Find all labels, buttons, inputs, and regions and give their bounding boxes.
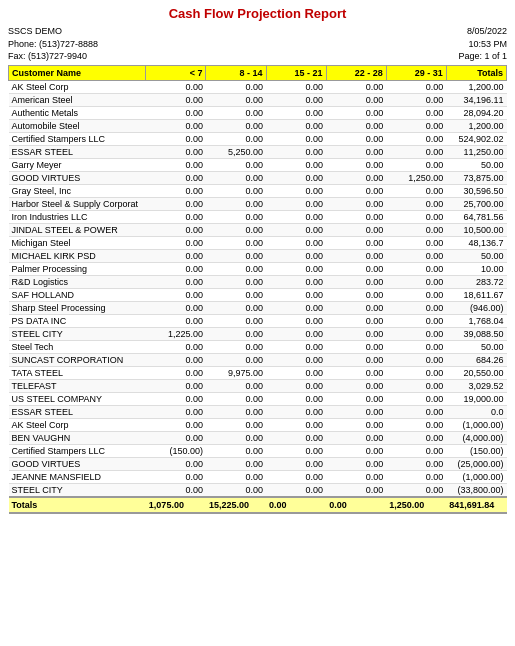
cell-22-6: 20,550.00 — [446, 366, 506, 379]
table-row: Gray Steel, Inc0.000.000.000.000.0030,59… — [9, 184, 507, 197]
report-date: 8/05/2022 — [458, 25, 507, 38]
cell-1-5: 0.00 — [386, 93, 446, 106]
cell-10-0: Iron Industries LLC — [9, 210, 146, 223]
cash-flow-table: Customer Name< 78 - 1415 - 2122 - 2829 -… — [8, 65, 507, 514]
cell-20-5: 0.00 — [386, 340, 446, 353]
cell-19-4: 0.00 — [326, 327, 386, 340]
cell-27-3: 0.00 — [266, 431, 326, 444]
cell-6-2: 0.00 — [206, 158, 266, 171]
cell-27-4: 0.00 — [326, 431, 386, 444]
col-header-0: Customer Name — [9, 65, 146, 80]
cell-31-4: 0.00 — [326, 483, 386, 497]
cell-29-3: 0.00 — [266, 457, 326, 470]
cell-13-4: 0.00 — [326, 249, 386, 262]
cell-3-0: Automobile Steel — [9, 119, 146, 132]
cell-1-0: American Steel — [9, 93, 146, 106]
report-time: 10:53 PM — [458, 38, 507, 51]
cell-9-0: Harbor Steel & Supply Corporat — [9, 197, 146, 210]
cell-18-0: PS DATA INC — [9, 314, 146, 327]
total-value-0: 1,075.00 — [146, 497, 206, 513]
cell-17-3: 0.00 — [266, 301, 326, 314]
cell-11-4: 0.00 — [326, 223, 386, 236]
cell-13-1: 0.00 — [146, 249, 206, 262]
cell-25-0: ESSAR STEEL — [9, 405, 146, 418]
cell-2-2: 0.00 — [206, 106, 266, 119]
col-header-6: Totals — [446, 65, 506, 80]
cell-11-6: 10,500.00 — [446, 223, 506, 236]
cell-20-4: 0.00 — [326, 340, 386, 353]
cell-4-5: 0.00 — [386, 132, 446, 145]
cell-8-4: 0.00 — [326, 184, 386, 197]
cell-22-2: 9,975.00 — [206, 366, 266, 379]
cell-22-5: 0.00 — [386, 366, 446, 379]
table-row: SUNCAST CORPORATION0.000.000.000.000.006… — [9, 353, 507, 366]
col-header-3: 15 - 21 — [266, 65, 326, 80]
table-row: TELEFAST0.000.000.000.000.003,029.52 — [9, 379, 507, 392]
cell-4-2: 0.00 — [206, 132, 266, 145]
cell-7-5: 1,250.00 — [386, 171, 446, 184]
cell-25-5: 0.00 — [386, 405, 446, 418]
cell-12-0: Michigan Steel — [9, 236, 146, 249]
cell-14-4: 0.00 — [326, 262, 386, 275]
table-row: SAF HOLLAND0.000.000.000.000.0018,611.67 — [9, 288, 507, 301]
cell-28-6: (150.00) — [446, 444, 506, 457]
table-row: Certified Stampers LLC0.000.000.000.000.… — [9, 132, 507, 145]
cell-10-1: 0.00 — [146, 210, 206, 223]
cell-20-1: 0.00 — [146, 340, 206, 353]
cell-19-5: 0.00 — [386, 327, 446, 340]
cell-12-2: 0.00 — [206, 236, 266, 249]
cell-26-3: 0.00 — [266, 418, 326, 431]
cell-8-2: 0.00 — [206, 184, 266, 197]
cell-15-4: 0.00 — [326, 275, 386, 288]
cell-23-4: 0.00 — [326, 379, 386, 392]
total-value-2: 0.00 — [266, 497, 326, 513]
phone-label: Phone: — [8, 39, 37, 49]
cell-1-6: 34,196.11 — [446, 93, 506, 106]
cell-6-4: 0.00 — [326, 158, 386, 171]
cell-4-0: Certified Stampers LLC — [9, 132, 146, 145]
table-row: Michigan Steel0.000.000.000.000.0048,136… — [9, 236, 507, 249]
cell-26-1: 0.00 — [146, 418, 206, 431]
cell-22-4: 0.00 — [326, 366, 386, 379]
company-info: SSCS DEMO Phone: (513)727-8888 Fax: (513… — [8, 25, 98, 63]
cell-19-3: 0.00 — [266, 327, 326, 340]
cell-28-0: Certified Stampers LLC — [9, 444, 146, 457]
cell-5-5: 0.00 — [386, 145, 446, 158]
report-title: Cash Flow Projection Report — [8, 6, 507, 21]
table-row: GOOD VIRTUES0.000.000.000.001,250.0073,8… — [9, 171, 507, 184]
cell-14-0: Palmer Processing — [9, 262, 146, 275]
cell-23-5: 0.00 — [386, 379, 446, 392]
cell-25-1: 0.00 — [146, 405, 206, 418]
cell-3-4: 0.00 — [326, 119, 386, 132]
cell-15-6: 283.72 — [446, 275, 506, 288]
cell-9-2: 0.00 — [206, 197, 266, 210]
cell-6-1: 0.00 — [146, 158, 206, 171]
col-header-5: 29 - 31 — [386, 65, 446, 80]
table-header-row: Customer Name< 78 - 1415 - 2122 - 2829 -… — [9, 65, 507, 80]
cell-19-6: 39,088.50 — [446, 327, 506, 340]
cell-4-4: 0.00 — [326, 132, 386, 145]
table-row: AK Steel Corp0.000.000.000.000.00(1,000.… — [9, 418, 507, 431]
cell-1-2: 0.00 — [206, 93, 266, 106]
cell-24-4: 0.00 — [326, 392, 386, 405]
cell-13-3: 0.00 — [266, 249, 326, 262]
cell-26-0: AK Steel Corp — [9, 418, 146, 431]
cell-29-6: (25,000.00) — [446, 457, 506, 470]
cell-31-3: 0.00 — [266, 483, 326, 497]
cell-1-4: 0.00 — [326, 93, 386, 106]
report-header: SSCS DEMO Phone: (513)727-8888 Fax: (513… — [8, 25, 507, 63]
table-row: MICHAEL KIRK PSD0.000.000.000.000.0050.0… — [9, 249, 507, 262]
cell-20-0: Steel Tech — [9, 340, 146, 353]
cell-6-5: 0.00 — [386, 158, 446, 171]
total-value-1: 15,225.00 — [206, 497, 266, 513]
cell-8-6: 30,596.50 — [446, 184, 506, 197]
cell-29-5: 0.00 — [386, 457, 446, 470]
cell-12-4: 0.00 — [326, 236, 386, 249]
cell-21-6: 684.26 — [446, 353, 506, 366]
cell-2-4: 0.00 — [326, 106, 386, 119]
cell-29-0: GOOD VIRTUES — [9, 457, 146, 470]
cell-7-2: 0.00 — [206, 171, 266, 184]
cell-3-6: 1,200.00 — [446, 119, 506, 132]
cell-31-6: (33,800.00) — [446, 483, 506, 497]
cell-16-3: 0.00 — [266, 288, 326, 301]
